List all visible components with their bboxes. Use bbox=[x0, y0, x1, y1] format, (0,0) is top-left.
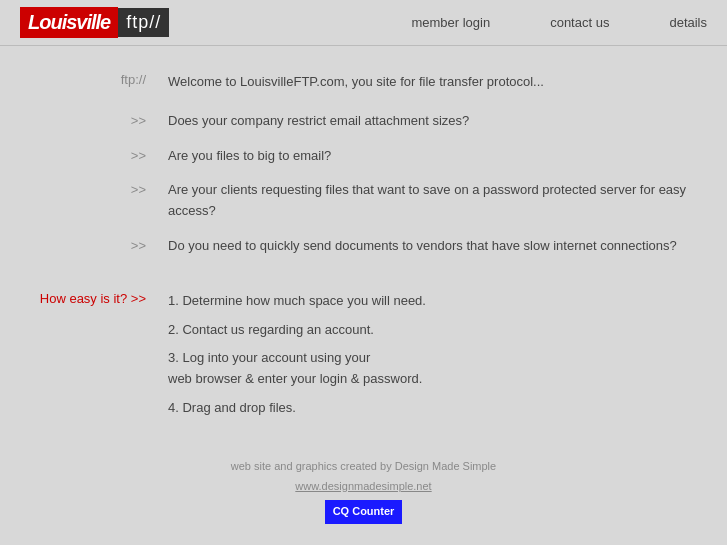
logo: Louisvilleftp// bbox=[20, 7, 169, 38]
arrow-1: >> bbox=[0, 111, 160, 146]
header: Louisvilleftp// member login contact us … bbox=[0, 0, 727, 46]
question-row-1: >> Does your company restrict email atta… bbox=[0, 111, 727, 146]
question-2: Are you files to big to email? bbox=[160, 146, 727, 181]
nav: member login contact us details bbox=[411, 15, 707, 30]
logo-ftp: ftp// bbox=[118, 8, 169, 37]
steps-section: 1. Determine how much space you will nee… bbox=[160, 291, 727, 427]
main-wrapper: ftp:// Welcome to LouisvilleFTP.com, you… bbox=[0, 46, 727, 427]
footer-credit: web site and graphics created by Design … bbox=[0, 457, 727, 477]
step-1: 1. Determine how much space you will nee… bbox=[168, 291, 727, 312]
contact-us-link[interactable]: contact us bbox=[550, 15, 609, 30]
question-row-4: >> Do you need to quickly send documents… bbox=[0, 236, 727, 271]
steps-row: How easy is it? >> 1. Determine how much… bbox=[0, 291, 727, 427]
arrow-2: >> bbox=[0, 146, 160, 181]
member-login-link[interactable]: member login bbox=[411, 15, 490, 30]
footer: web site and graphics created by Design … bbox=[0, 427, 727, 544]
welcome-text: Welcome to LouisvilleFTP.com, you site f… bbox=[160, 62, 727, 111]
step-4: 4. Drag and drop files. bbox=[168, 398, 727, 419]
step-3: 3. Log into your account using your web … bbox=[168, 348, 727, 390]
step-2: 2. Contact us regarding an account. bbox=[168, 320, 727, 341]
details-link[interactable]: details bbox=[669, 15, 707, 30]
cq-counter-label: CQ Counter bbox=[333, 505, 395, 517]
arrow-3: >> bbox=[0, 180, 160, 236]
question-4: Do you need to quickly send documents to… bbox=[160, 236, 727, 271]
question-row-2: >> Are you files to big to email? bbox=[0, 146, 727, 181]
welcome-row: ftp:// Welcome to LouisvilleFTP.com, you… bbox=[0, 62, 727, 111]
footer-url-link[interactable]: www.designmadesimple.net bbox=[295, 480, 431, 492]
easy-link[interactable]: How easy is it? >> bbox=[0, 291, 160, 427]
ftp-label: ftp:// bbox=[0, 62, 160, 111]
logo-louisville: Louisville bbox=[20, 7, 118, 38]
question-row-3: >> Are your clients requesting files tha… bbox=[0, 180, 727, 236]
arrow-4: >> bbox=[0, 236, 160, 271]
question-3: Are your clients requesting files that w… bbox=[160, 180, 727, 236]
question-1: Does your company restrict email attachm… bbox=[160, 111, 727, 146]
cq-counter-badge[interactable]: CQ Counter bbox=[325, 500, 403, 524]
